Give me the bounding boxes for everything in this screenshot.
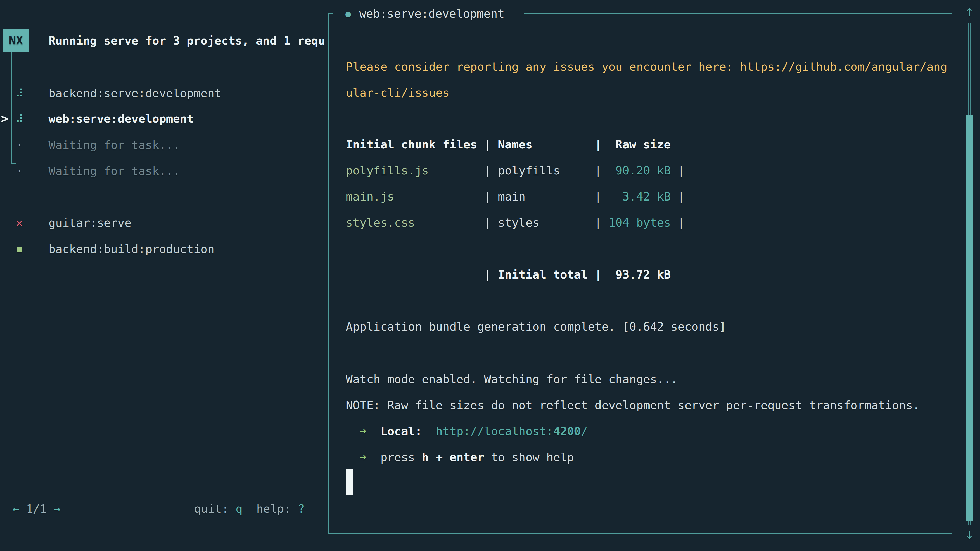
- task-label: Waiting for task...: [48, 138, 180, 152]
- pager-label: 1/1: [19, 502, 54, 516]
- table-row-main: main.js | main | 3.42 kB |: [346, 184, 685, 210]
- table-row-initial-total: | Initial total | 93.72 kB: [346, 262, 671, 288]
- success-square-icon: ■: [13, 245, 25, 254]
- panel-title: ● web:serve:development: [345, 2, 504, 25]
- selection-chevron-icon: >: [1, 111, 8, 126]
- task-row-backend-serve[interactable]: ⠼ backend:serve:development: [0, 80, 328, 106]
- task-row-backend-build-success[interactable]: ■ backend:build:production: [0, 236, 328, 262]
- terminal-cursor: [346, 469, 353, 495]
- panel-border-stub: [328, 13, 333, 14]
- output-line-local-url[interactable]: ➜ Local: http://localhost:4200/: [346, 418, 588, 445]
- table-header-row: Initial chunk files | Names | Raw size: [346, 132, 671, 158]
- task-row-waiting-2[interactable]: · Waiting for task...: [0, 158, 328, 184]
- scroll-up-arrow-icon[interactable]: ↑: [961, 0, 977, 22]
- waiting-dot-icon: ·: [13, 138, 25, 152]
- sidebar: NX Running serve for 3 projects, and 1 r…: [0, 0, 328, 551]
- task-label: guitar:serve: [48, 216, 131, 230]
- scroll-down-arrow-icon[interactable]: ↓: [961, 522, 977, 545]
- pager-next-icon[interactable]: →: [54, 502, 61, 516]
- table-row-polyfills: polyfills.js | polyfills | 90.20 kB |: [346, 158, 685, 184]
- spinner-icon: ⠼: [13, 87, 25, 100]
- nx-tui-screen: NX Running serve for 3 projects, and 1 r…: [0, 0, 980, 551]
- task-row-guitar-serve-failed[interactable]: ✕ guitar:serve: [0, 210, 328, 236]
- scrollbar-thumb[interactable]: [966, 115, 973, 521]
- spinner-icon: ⠼: [13, 112, 25, 125]
- nx-logo: NX: [3, 29, 29, 52]
- output-line-press-help: ➜ press h + enter to show help: [346, 445, 574, 470]
- task-label: web:serve:development: [48, 112, 194, 125]
- panel-border-title-line: [524, 13, 953, 14]
- task-row-web-serve-selected[interactable]: > ⠼ web:serve:development: [0, 106, 328, 132]
- output-line-notice-url[interactable]: Please consider reporting any issues you…: [346, 54, 947, 80]
- output-line-note: NOTE: Raw file sizes do not reflect deve…: [346, 392, 920, 418]
- task-label: backend:serve:development: [48, 86, 221, 100]
- status-dot-icon: ●: [345, 8, 351, 19]
- error-cross-icon: ✕: [13, 216, 25, 229]
- table-row-styles: styles.css | styles | 104 bytes |: [346, 210, 685, 236]
- pager: ← 1/1 →: [12, 496, 61, 522]
- pager-prev-icon[interactable]: ←: [12, 502, 19, 516]
- panel-title-text: web:serve:development: [360, 7, 504, 21]
- waiting-dot-icon: ·: [13, 164, 25, 178]
- keyboard-hints: quit: q help: ?: [194, 496, 305, 522]
- task-row-waiting-1[interactable]: · Waiting for task...: [0, 132, 328, 158]
- output-line-watch-mode: Watch mode enabled. Watching for file ch…: [346, 366, 678, 392]
- task-label: Waiting for task...: [48, 164, 180, 178]
- task-label: backend:build:production: [48, 242, 215, 256]
- sidebar-header-title: Running serve for 3 projects, and 1 requ: [48, 28, 325, 54]
- task-output-panel: ● web:serve:development Please consider …: [328, 14, 953, 534]
- output-line-notice-url-wrap[interactable]: ular-cli/issues: [346, 80, 449, 106]
- output-line-bundle-complete: Application bundle generation complete. …: [346, 314, 726, 340]
